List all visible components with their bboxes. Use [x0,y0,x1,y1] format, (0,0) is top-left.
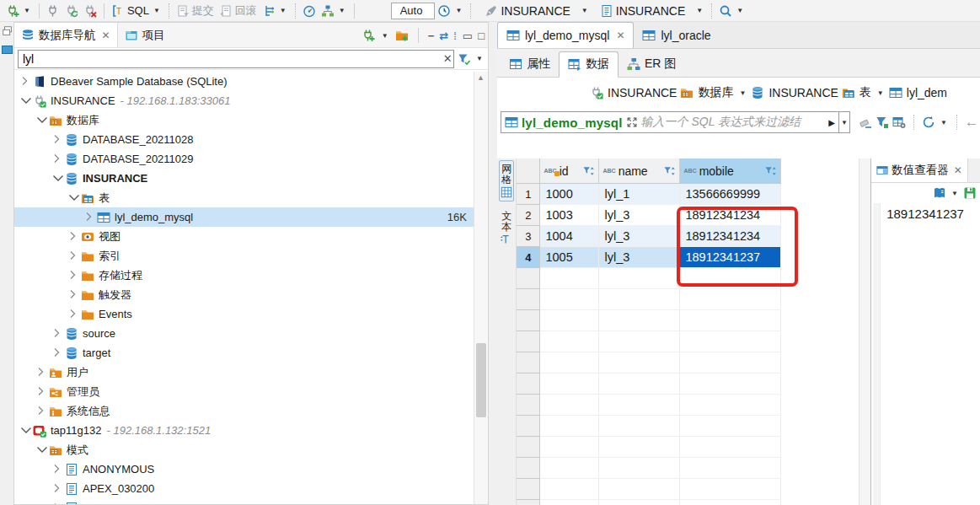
column-header-mobile[interactable]: ABCmobile [680,158,781,184]
empty-cell[interactable] [680,373,781,395]
eraser-icon[interactable] [859,116,872,129]
row-number[interactable] [517,479,540,500]
tree-item-索引[interactable]: 索引 [14,246,474,266]
empty-cell[interactable] [680,500,781,505]
tree-expand-icon[interactable] [19,75,33,89]
minimize-icon[interactable]: ▭ [463,30,473,42]
sql-editor-button[interactable]: TSQL▼ [109,3,164,19]
row-number[interactable]: 4 [517,247,540,268]
commit-mode-combo[interactable]: Auto [391,3,436,19]
row-number[interactable]: 2 [517,205,540,226]
empty-cell[interactable] [599,352,680,373]
cell-mobile[interactable]: 18912341237 [680,247,781,268]
empty-cell[interactable] [599,479,680,500]
minimized-view-icon[interactable] [2,46,13,54]
save-icon[interactable] [963,186,977,200]
row-number[interactable] [517,268,540,289]
view-tab-text[interactable]: 文本 [500,208,513,248]
row-number[interactable] [517,289,540,310]
empty-cell[interactable] [540,352,599,373]
rollback-button[interactable]: 回滚 [217,2,260,20]
view-tab-grid[interactable]: 网格 [499,160,514,201]
active-schema-selector[interactable]: INSURANCE▼ [597,3,707,19]
cell-id[interactable]: 1003 [540,205,599,226]
empty-cell[interactable] [680,458,781,479]
restore-view-icon[interactable] [2,25,13,37]
empty-cell[interactable] [599,268,680,289]
tree-collapse-icon[interactable] [67,191,81,205]
tab-er-diagram[interactable]: ER 图 [619,52,684,77]
tree-expand-icon[interactable] [51,133,65,147]
cell-name[interactable]: lyl_3 [599,247,680,268]
tree-item-视图[interactable]: 视图 [14,227,474,246]
cell-mobile[interactable]: 13566669999 [680,184,781,205]
tree-item-触发器[interactable]: 触发器 [14,285,474,304]
empty-cell[interactable] [680,437,781,458]
tree-item-insurance[interactable]: INSURANCE [14,169,474,188]
tree-expand-icon[interactable] [67,308,81,321]
tree-item-dbeaver-sample-database-sqlite-[interactable]: DBeaver Sample Database (SQLite) [14,72,474,91]
cell-name[interactable]: lyl_1 [599,184,680,205]
empty-cell[interactable] [680,310,781,331]
tree-item-events[interactable]: Events [14,304,474,324]
cell-name[interactable]: lyl_3 [599,205,680,226]
tree-item-管理员[interactable]: 管理员 [14,382,474,401]
view-menu-icon[interactable]: ⁞ [453,30,458,42]
cell-id[interactable]: 1000 [540,184,599,205]
empty-cell[interactable] [540,373,599,395]
tree-item-用户[interactable]: 用户 [14,363,474,382]
close-icon[interactable]: ✕ [102,30,110,41]
tab-projects[interactable]: 项目 [118,23,172,47]
transaction-log-button[interactable]: ▼ [435,3,466,19]
column-header-name[interactable]: ABCname [599,158,680,184]
funnel-check-icon[interactable] [458,52,471,66]
chevron-down-icon[interactable]: ▼ [382,32,388,40]
column-filter-icon[interactable] [664,165,676,177]
tree-expand-icon[interactable] [67,230,81,244]
empty-cell[interactable] [540,458,599,479]
empty-cell[interactable] [680,289,781,310]
tab-value-viewer[interactable]: 数值查看器 ✕ [871,158,968,182]
tree-expand-icon[interactable] [51,153,65,166]
breadcrumb-item-insurance[interactable]: INSURANCE [751,86,838,99]
tree-expand-icon[interactable] [35,405,49,418]
empty-cell[interactable] [540,437,599,458]
empty-cell[interactable] [540,268,599,289]
breadcrumb-item-lyl-dem[interactable]: lyl_dem [889,86,947,99]
tree-expand-icon[interactable] [51,327,65,341]
row-number[interactable] [517,310,540,331]
tree-item-存储过程[interactable]: 存储过程 [14,266,474,285]
link-editor-icon[interactable]: ⇄ [439,30,448,42]
navigator-filter-input[interactable] [18,50,454,68]
cell-mobile[interactable]: 18912341234 [680,226,781,247]
chevron-down-icon[interactable]: ▼ [476,55,483,62]
tree-item-database-20211029[interactable]: DATABASE_20211029 [14,149,474,169]
empty-cell[interactable] [540,395,599,416]
empty-cell[interactable] [599,500,680,505]
tree-item-anonymous[interactable]: ANONYMOUS [14,459,474,479]
empty-cell[interactable] [540,289,599,310]
empty-cell[interactable] [599,395,680,416]
cell-id[interactable]: 1004 [540,226,599,247]
row-number[interactable] [517,331,540,352]
tree-item-insurance[interactable]: INSURANCE- 192.168.1.183:33061 [14,91,474,110]
tree-item-target[interactable]: target [14,343,474,363]
active-connection-selector[interactable]: INSURANCE▼ [482,3,592,19]
empty-cell[interactable] [540,416,599,437]
dictionary-icon[interactable] [933,186,946,200]
tree-expand-icon[interactable] [51,502,65,505]
scroll-up-icon[interactable]: ▲ [477,73,485,82]
tree-expand-icon[interactable] [67,269,81,282]
tree-item-apex-public-user[interactable]: APEX_PUBLIC_USER [14,498,474,504]
tree-item-database-20211028[interactable]: DATABASE_20211028 [14,130,474,149]
tree-expand-icon[interactable] [83,211,97,224]
empty-cell[interactable] [540,500,599,505]
tree-collapse-icon[interactable] [51,172,65,185]
tree-item-tap11g132[interactable]: tap11g132- 192.168.1.132:1521 [14,421,474,440]
row-number[interactable] [517,395,540,416]
panel-sash[interactable] [489,22,497,505]
sql-filter-box[interactable]: lyl_demo_mysql 输入一个 SQL 表达式来过滤结 ▶ [501,111,839,133]
row-number[interactable] [517,500,540,505]
empty-cell[interactable] [599,416,680,437]
tree-item-系统信息[interactable]: 系统信息 [14,401,474,421]
